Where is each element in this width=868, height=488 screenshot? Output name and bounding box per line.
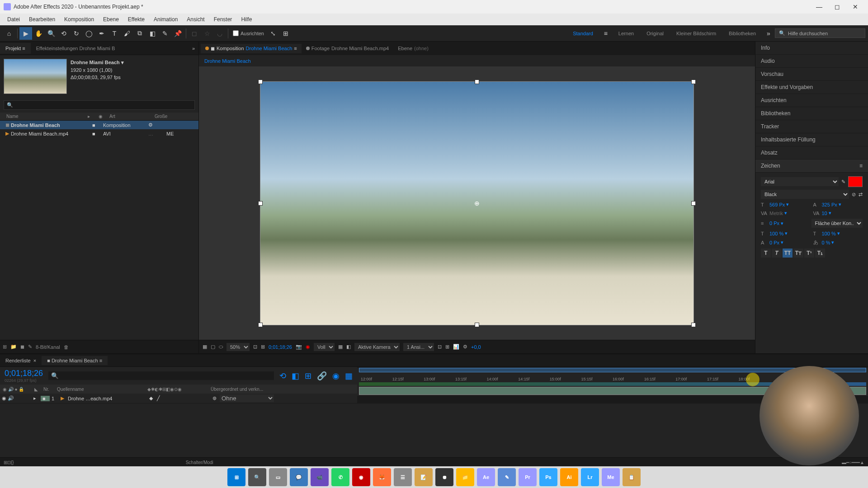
handle-bl[interactable]: [258, 323, 263, 327]
snapshot-icon[interactable]: 📷: [296, 344, 302, 350]
taskbar-app-6[interactable]: ◉: [352, 468, 370, 486]
project-search[interactable]: 🔍: [4, 100, 195, 110]
panel-absatz[interactable]: Absatz: [755, 146, 868, 160]
help-search[interactable]: 🔍 Hilfe durchsuchen: [775, 28, 865, 38]
workspace-overflow-icon[interactable]: »: [762, 27, 775, 40]
handle-tm[interactable]: [475, 80, 479, 84]
clone-tool[interactable]: ⧉: [133, 27, 146, 40]
tl-toggle-2[interactable]: ⊡: [7, 460, 11, 465]
handle-mr[interactable]: [691, 201, 696, 206]
leading[interactable]: 325 Px: [822, 202, 837, 207]
no-fill-icon[interactable]: ⊘: [852, 192, 856, 197]
panel-ausrichten[interactable]: Ausrichten: [755, 94, 868, 107]
hand-tool[interactable]: ✋: [32, 27, 45, 40]
tl-icon-2[interactable]: ◧: [292, 371, 299, 381]
panel-tracker[interactable]: Tracker: [755, 120, 868, 133]
workspace-menu-icon[interactable]: ≡: [599, 27, 612, 40]
bold-button[interactable]: T: [761, 249, 771, 258]
res-toggle-icon[interactable]: ⊡: [253, 344, 257, 350]
menu-ansicht[interactable]: Ansicht: [182, 14, 209, 24]
swap-icon[interactable]: ⇄: [859, 192, 863, 197]
mask-icon[interactable]: ⬭: [219, 344, 223, 350]
menu-fenster[interactable]: Fenster: [209, 14, 237, 24]
tl-icon-3[interactable]: ⊞: [305, 371, 311, 381]
col-tag-icon[interactable]: ◉: [96, 114, 107, 119]
col-label-icon[interactable]: ▸: [85, 114, 96, 119]
maximize-button[interactable]: ◻: [828, 0, 846, 14]
tl-shy-icon[interactable]: ◣: [34, 387, 43, 392]
taskbar-app-8[interactable]: ☰: [394, 468, 412, 486]
font-family-select[interactable]: Arial: [761, 177, 839, 186]
project-row-footage[interactable]: ▶ Drohne Miami Beach.mp4 ■ AVI … ME: [0, 129, 198, 138]
3d-icon[interactable]: ◧: [346, 344, 351, 350]
timeline-timecode[interactable]: 0;01;18;26: [5, 369, 43, 378]
region-icon[interactable]: ⊞: [261, 344, 265, 350]
fill-position-select[interactable]: Fläche über Kon...: [811, 219, 863, 228]
brush-tool[interactable]: 🖌: [121, 27, 133, 40]
shape-rect-icon[interactable]: ◻: [188, 27, 201, 40]
stroke-width[interactable]: 0 Px: [769, 221, 779, 226]
flowchart-icon[interactable]: ⚙: [463, 344, 467, 350]
hscale[interactable]: 100 %: [822, 231, 836, 236]
kerning[interactable]: Metrik: [769, 211, 783, 216]
zoom-slider[interactable]: ━○━━━: [846, 460, 860, 465]
tab-komposition[interactable]: ◼ Komposition Drohne Miami Beach ≡: [201, 44, 302, 53]
tsume[interactable]: 0 %: [822, 240, 830, 245]
workspace-bibliotheken[interactable]: Bibliotheken: [722, 31, 762, 36]
col-name[interactable]: Name: [4, 114, 85, 119]
tracking[interactable]: 10: [822, 211, 827, 216]
channel-icon[interactable]: ◉: [306, 344, 310, 350]
panel-vorschau[interactable]: Vorschau: [755, 68, 868, 81]
tl-icon-1[interactable]: ⟲: [279, 371, 286, 381]
italic-button[interactable]: T: [772, 249, 782, 258]
taskbar-app-17[interactable]: Lr: [581, 468, 599, 486]
workspace-kleiner[interactable]: Kleiner Bildschirm: [670, 31, 722, 36]
panel-fuellung[interactable]: Inhaltsbasierte Füllung: [755, 133, 868, 146]
snap-grid-icon[interactable]: ⊞: [279, 27, 292, 40]
comp-breadcrumb[interactable]: Drohne Miami Beach: [199, 55, 755, 67]
taskbar-app-19[interactable]: 📋: [623, 468, 641, 486]
baseline[interactable]: 0 Px: [769, 240, 779, 245]
camera-select[interactable]: Aktive Kamera: [354, 343, 400, 351]
project-row-comp[interactable]: ◼ Drohne Miami Beach ■ Komposition ⚙: [0, 121, 198, 129]
handle-bm[interactable]: [475, 323, 479, 327]
pixel-aspect-icon[interactable]: ⊡: [438, 344, 442, 350]
folder-icon[interactable]: 📁: [10, 344, 17, 350]
panel-overflow-icon[interactable]: »: [189, 46, 198, 51]
comp-viewer[interactable]: ⊕: [199, 67, 755, 340]
settings-icon[interactable]: ✎: [28, 344, 32, 350]
trash-icon[interactable]: 🗑: [64, 344, 69, 350]
shape-path-icon[interactable]: ◡: [213, 27, 226, 40]
menu-effekte[interactable]: Effekte: [123, 14, 149, 24]
type-tool[interactable]: T: [108, 27, 121, 40]
interpret-icon[interactable]: ⊞: [3, 344, 7, 350]
tl-toggle-3[interactable]: {}: [11, 460, 14, 465]
comp-settings-icon[interactable]: ⚙: [148, 122, 159, 128]
menu-hilfe[interactable]: Hilfe: [236, 14, 256, 24]
fast-preview-icon[interactable]: ⊞: [445, 344, 449, 350]
tab-timeline-comp[interactable]: ■ Drohne Miami Beach ≡: [42, 356, 108, 365]
taskbar-app-7[interactable]: 🦊: [373, 468, 391, 486]
toggle-alpha-icon[interactable]: ▢: [211, 344, 215, 350]
menu-datei[interactable]: Datei: [3, 14, 24, 24]
tl-icon-4[interactable]: 🔗: [317, 371, 327, 381]
align-checkbox[interactable]: [233, 30, 239, 36]
rotate-tool[interactable]: ↻: [70, 27, 83, 40]
workspace-standard[interactable]: Standard: [566, 31, 599, 36]
subscript-button[interactable]: T₁: [815, 249, 825, 258]
resolution-select[interactable]: Voll: [314, 343, 335, 351]
close-button[interactable]: ✕: [846, 0, 864, 14]
shape-star-icon[interactable]: ☆: [201, 27, 213, 40]
taskbar-app-1[interactable]: 🔍: [248, 468, 266, 486]
panel-info[interactable]: Info: [755, 42, 868, 55]
panel-bibliotheken[interactable]: Bibliotheken: [755, 107, 868, 120]
grid-icon[interactable]: ▦: [203, 344, 207, 350]
bit-depth[interactable]: 8-Bit/Kanal: [36, 344, 60, 350]
taskbar-app-16[interactable]: Ai: [560, 468, 578, 486]
font-style-select[interactable]: Black: [761, 190, 849, 199]
project-thumbnail[interactable]: [4, 59, 67, 94]
roto-tool[interactable]: ✎: [159, 27, 171, 40]
timeline-icon[interactable]: 📊: [453, 344, 459, 350]
taskbar-app-10[interactable]: ⏺: [435, 468, 453, 486]
zoom-select[interactable]: 50%: [226, 343, 250, 351]
